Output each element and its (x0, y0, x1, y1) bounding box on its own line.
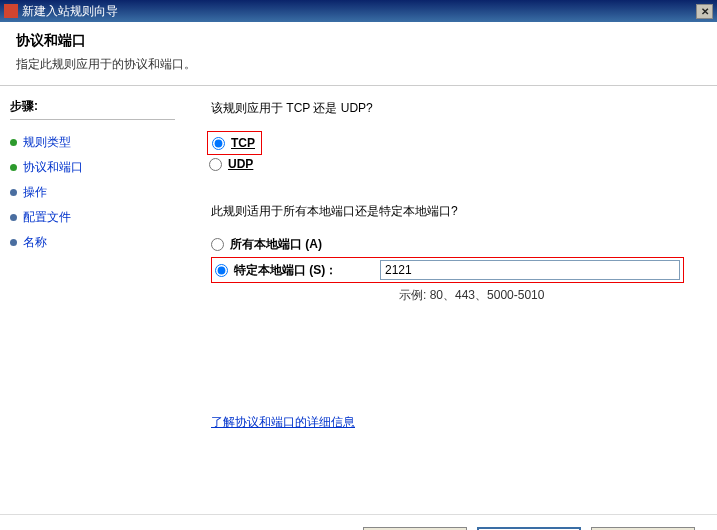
port-example: 示例: 80、443、5000-5010 (399, 287, 691, 304)
step-link[interactable]: 名称 (23, 234, 47, 251)
radio-all-ports[interactable] (211, 238, 224, 251)
close-icon: ✕ (701, 6, 709, 17)
step-link[interactable]: 操作 (23, 184, 47, 201)
sidebar-step-protocol-port[interactable]: 协议和端口 (10, 155, 175, 180)
sidebar-step-profile[interactable]: 配置文件 (10, 205, 175, 230)
close-button[interactable]: ✕ (696, 4, 713, 19)
protocol-question: 该规则应用于 TCP 还是 UDP? (211, 100, 691, 117)
sidebar-step-rule-type[interactable]: 规则类型 (10, 130, 175, 155)
title-bar: 新建入站规则向导 ✕ (0, 0, 717, 22)
step-dot-icon (10, 189, 17, 196)
radio-tcp-label: TCP (231, 136, 255, 150)
protocol-radio-group: TCP UDP (207, 131, 691, 173)
step-dot-icon (10, 139, 17, 146)
wizard-icon (4, 4, 18, 18)
step-dot-icon (10, 214, 17, 221)
sidebar-separator (10, 119, 175, 120)
header-panel: 协议和端口 指定此规则应用于的协议和端口。 (0, 22, 717, 86)
radio-udp-label: UDP (228, 157, 253, 171)
step-link[interactable]: 协议和端口 (23, 159, 83, 176)
radio-specific-ports[interactable] (215, 264, 228, 277)
info-link[interactable]: 了解协议和端口的详细信息 (211, 414, 355, 431)
step-dot-icon (10, 164, 17, 171)
port-input[interactable] (380, 260, 680, 280)
page-title: 协议和端口 (16, 32, 701, 50)
radio-tcp[interactable] (212, 137, 225, 150)
content-area: 该规则应用于 TCP 还是 UDP? TCP UDP 此规则适用于所有本地端口还… (185, 86, 717, 514)
sidebar-heading: 步骤: (10, 98, 175, 115)
page-subtitle: 指定此规则应用于的协议和端口。 (16, 56, 701, 73)
next-button[interactable]: 下一步 (N) > (477, 527, 581, 531)
radio-udp[interactable] (209, 158, 222, 171)
window-title: 新建入站规则向导 (22, 3, 118, 20)
radio-all-ports-label: 所有本地端口 (A) (230, 236, 322, 253)
port-question: 此规则适用于所有本地端口还是特定本地端口? (211, 203, 691, 220)
back-button[interactable]: < 上一步 (B) (363, 527, 467, 531)
sidebar-step-action[interactable]: 操作 (10, 180, 175, 205)
step-link[interactable]: 配置文件 (23, 209, 71, 226)
sidebar: 步骤: 规则类型 协议和端口 操作 配置文件 名称 (0, 86, 185, 514)
radio-specific-ports-label: 特定本地端口 (S)： (234, 262, 374, 279)
step-dot-icon (10, 239, 17, 246)
cancel-button[interactable]: 取消 (591, 527, 695, 531)
footer: < 上一步 (B) 下一步 (N) > 取消 (0, 514, 717, 530)
sidebar-step-name[interactable]: 名称 (10, 230, 175, 255)
step-link[interactable]: 规则类型 (23, 134, 71, 151)
